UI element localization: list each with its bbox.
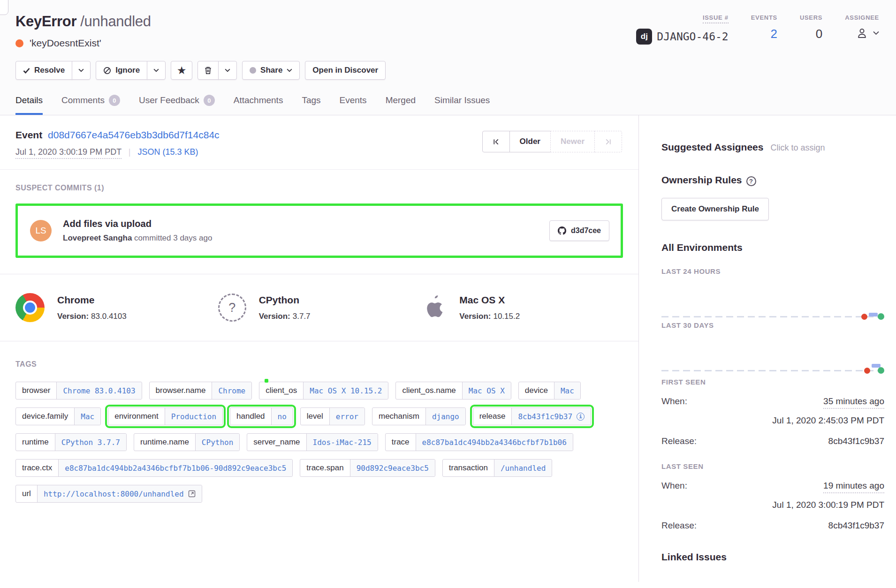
first-seen-release-link[interactable]: 8cb43f1c9b37 — [828, 436, 884, 446]
suspect-commit-highlight-box: LS Add files via upload Lovepreet Sangha… — [15, 204, 623, 258]
tag-value-link[interactable]: Mac OS X 10.15.2 — [303, 382, 388, 399]
open-in-discover-button[interactable]: Open in Discover — [305, 61, 386, 80]
tag-value-link[interactable]: http://localhost:8000/unhandled — [37, 485, 202, 502]
tab-details[interactable]: Details — [15, 95, 43, 115]
tag-pill-browser.name: browser.nameChrome — [149, 382, 252, 400]
latest-release-marker-green-dot — [878, 367, 884, 374]
share-button[interactable]: Share — [242, 61, 300, 80]
tag-key: device — [519, 382, 554, 399]
resolve-dropdown-button[interactable] — [72, 61, 91, 80]
tab-label: User Feedback — [139, 95, 199, 106]
event-json-link[interactable]: JSON (15.3 KB) — [138, 147, 198, 157]
page-title: KeyError/unhandled — [15, 13, 151, 30]
tag-value-link[interactable]: Idos-iMac-215 — [306, 434, 378, 451]
stat-assignee: ASSIGNEE — [845, 13, 879, 45]
django-platform-icon: dj — [636, 29, 652, 45]
tag-value-link[interactable]: e8c87ba1dc494bb2a4346bcfbf7b1b06 — [416, 434, 573, 451]
assignee-label: ASSIGNEE — [845, 14, 879, 21]
users-count[interactable]: 0 — [800, 27, 822, 41]
bookmark-star-button[interactable]: ★ — [171, 61, 192, 80]
tab-label: Attachments — [234, 95, 283, 106]
tag-value-link[interactable]: CPython 3.7.7 — [55, 434, 126, 451]
tag-value-link[interactable]: 90d892c9eace3bc5 — [350, 460, 435, 476]
tag-value-link[interactable]: Mac — [74, 408, 100, 425]
tag-key: release — [473, 408, 512, 425]
assignee-selector[interactable] — [845, 27, 879, 39]
tag-key: server_name — [247, 434, 306, 451]
tab-attachments[interactable]: Attachments — [234, 95, 283, 115]
tab-comments[interactable]: Comments0 — [61, 95, 120, 115]
commit-author: Lovepreet Sangha — [63, 234, 132, 242]
context-os: Mac OS X Version:10.15.2 — [420, 293, 623, 322]
tag-key: level — [301, 408, 329, 425]
skip-to-newest-button[interactable] — [594, 131, 622, 152]
event-id-link[interactable]: d08d7667e4a5476eb3b3db6d7f14c84c — [48, 129, 220, 140]
tag-value-link[interactable]: error — [329, 408, 364, 425]
tag-key: client_os.name — [396, 382, 462, 399]
issue-type: KeyError — [15, 13, 76, 30]
tag-value-link[interactable]: /unhandled — [494, 460, 552, 476]
tab-count-badge: 0 — [204, 95, 215, 106]
tag-pill-handled: handledno — [230, 407, 293, 425]
tag-pill-environment: environmentProduction — [108, 407, 223, 425]
older-event-button[interactable]: Older — [509, 131, 551, 152]
tag-pill-release: release8cb43f1c9b37i — [473, 407, 591, 425]
tag-value-link[interactable]: no — [271, 408, 293, 425]
ignore-dropdown-button[interactable] — [147, 61, 166, 80]
issue-culprit: /unhandled — [80, 13, 151, 30]
tag-value-link[interactable]: CPython — [195, 434, 239, 451]
tag-value-link[interactable]: Chrome — [212, 382, 251, 399]
tab-similar-issues[interactable]: Similar Issues — [434, 95, 490, 115]
tab-tags[interactable]: Tags — [302, 95, 320, 115]
commit-meta: Lovepreet Sangha committed 3 days ago — [63, 234, 212, 243]
tag-value-link[interactable]: e8c87ba1dc494bb2a4346bcfbf7b1b06-90d892c… — [58, 460, 292, 476]
tag-value-text: no — [278, 412, 287, 421]
tag-value-link[interactable]: Production — [165, 408, 222, 425]
help-icon[interactable]: ? — [746, 176, 756, 186]
sparkline-baseline — [661, 316, 884, 317]
unknown-runtime-icon: ? — [218, 294, 246, 322]
green-tick-marker — [265, 379, 268, 383]
tag-pill-runtime.name: runtime.nameCPython — [134, 433, 240, 451]
tag-value-link[interactable]: Chrome 83.0.4103 — [56, 382, 141, 399]
tag-key: device.family — [16, 408, 74, 425]
delete-button[interactable] — [197, 61, 219, 80]
last-24-hours-label: LAST 24 HOURS — [661, 267, 884, 275]
tag-value-text: Mac — [81, 412, 94, 421]
issue-main-content: Event d08d7667e4a5476eb3b3db6d7f14c84c J… — [0, 115, 639, 582]
tag-pill-url: urlhttp://localhost:8000/unhandled — [15, 485, 202, 503]
action-bar: Resolve Ignore ★ — [15, 61, 879, 80]
last-seen-release-link[interactable]: 8cb43f1c9b37 — [828, 520, 884, 531]
divider: | — [129, 147, 131, 157]
create-ownership-rule-button[interactable]: Create Ownership Rule — [661, 198, 769, 220]
events-count[interactable]: 2 — [751, 27, 777, 41]
latest-release-marker-green-dot — [878, 313, 884, 320]
resolve-button[interactable]: Resolve — [15, 61, 72, 80]
share-status-icon — [250, 67, 256, 74]
tab-user-feedback[interactable]: User Feedback0 — [139, 95, 215, 115]
tags-section: TAGS browserChrome 83.0.4103browser.name… — [0, 341, 638, 521]
newer-event-button[interactable]: Newer — [550, 131, 595, 152]
tag-key: mechanism — [372, 408, 425, 425]
tag-value-link[interactable]: 8cb43f1c9b37i — [511, 408, 591, 425]
tab-events[interactable]: Events — [340, 95, 367, 115]
delete-dropdown-button[interactable] — [218, 61, 237, 80]
tag-value-link[interactable]: Mac — [554, 382, 580, 399]
share-label: Share — [260, 66, 282, 75]
tag-value-link[interactable]: django — [425, 408, 465, 425]
commit-sha-button[interactable]: d3d7cee — [549, 220, 609, 241]
tag-value-text: http://localhost:8000/unhandled — [44, 490, 184, 498]
skip-to-oldest-icon — [493, 138, 500, 145]
issue-short-id: DJANGO-46-2 — [657, 30, 728, 43]
tag-value-link[interactable]: Mac OS X — [462, 382, 511, 399]
tag-key: transaction — [443, 460, 494, 476]
apple-icon — [420, 293, 447, 322]
release-marker-red-dot — [864, 368, 870, 374]
ignore-button[interactable]: Ignore — [96, 61, 147, 80]
info-icon[interactable]: i — [577, 413, 585, 421]
oldest-event-button[interactable] — [482, 131, 510, 152]
external-link-icon[interactable] — [188, 490, 196, 498]
stat-events: EVENTS 2 — [751, 13, 777, 45]
first-seen-label: FIRST SEEN — [661, 378, 884, 386]
tab-merged[interactable]: Merged — [386, 95, 416, 115]
